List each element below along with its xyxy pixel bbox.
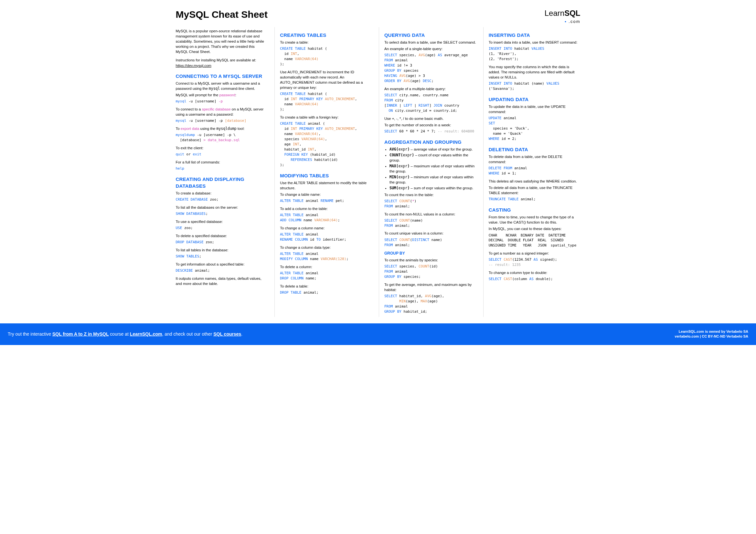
install-link[interactable]: https://dev.mysql.com: [176, 64, 211, 67]
footer-text: Try out the interactive SQL from A to Z …: [8, 331, 242, 338]
col-4: INSERTING DATA To insert data into a tab…: [483, 27, 580, 317]
footer: Try out the interactive SQL from A to Z …: [0, 323, 756, 345]
h-agg: AGGREGATION AND GROUPING: [384, 139, 476, 145]
h-delete: DELETING DATA: [489, 146, 580, 153]
footer-right: LearnSQL.com is owned by Vertabelo SA ve…: [675, 329, 748, 339]
col-1: MySQL is a popular open-source relationa…: [176, 27, 268, 317]
h-query: QUERYING DATA: [384, 32, 476, 38]
h-groupby: GROUP BY: [384, 251, 476, 256]
col-3: QUERYING DATA To select data from a tabl…: [379, 27, 476, 317]
h-update: UPDATING DATA: [489, 96, 580, 103]
brand-logo: LearnSQL • .com: [545, 8, 580, 25]
code-connect-2: mysql -u [username] -p [database]: [176, 118, 268, 123]
code-dump: mysqldump -u [username] -p \ [database] …: [176, 133, 268, 143]
h-connect: CONNECTING TO A MYSQL SERVER: [176, 73, 268, 80]
h-create-tables: CREATING TABLES: [280, 32, 372, 38]
col-2: CREATING TABLES To create a table: CREAT…: [274, 27, 372, 317]
link-site[interactable]: LearnSQL.com: [130, 331, 162, 337]
h-dbs: CREATING AND DISPLAYING DATABASES: [176, 176, 268, 189]
page-title: MySQL Cheat Sheet: [176, 8, 580, 21]
install-text: Instructions for installing MySQL are av…: [176, 58, 268, 68]
cast-types: CHAR NCHAR BINARY DATE DATETIME DECIMAL …: [489, 233, 580, 248]
h-insert: INSERTING DATA: [489, 32, 580, 38]
link-course[interactable]: SQL from A to Z in MySQL: [52, 331, 109, 337]
h-cast: CASTING: [489, 206, 580, 213]
code-connect-1: mysql -u [username] -p: [176, 99, 268, 104]
link-courses[interactable]: SQL courses: [213, 331, 241, 337]
intro-text: MySQL is a popular open-source relationa…: [176, 28, 268, 54]
agg-list: AVG(expr) – average value of expr for th…: [390, 147, 476, 191]
h-modify-tables: MODIFYING TABLES: [280, 172, 372, 179]
